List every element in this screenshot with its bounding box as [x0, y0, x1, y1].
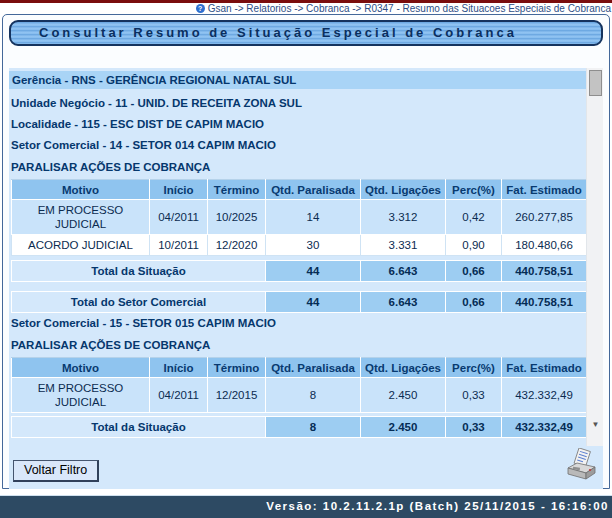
vertical-scrollbar[interactable]: ▼ — [586, 68, 603, 446]
column-header-motivo: Motivo — [12, 180, 150, 200]
total-situacao-row: Total da Situação 44 6.643 0,66 440.758,… — [12, 261, 587, 282]
total-qtd-paralisada: 44 — [266, 292, 361, 313]
situacao-label: PARALISAR AÇÕES DE COBRANÇA — [11, 339, 586, 351]
breadcrumb: ? Gsan -> Relatorios -> Cobranca -> R034… — [0, 3, 612, 14]
total-fat-estimado: 440.758,51 — [502, 292, 587, 313]
column-header-qtd-paralisada: Qtd. Paralisada — [266, 180, 361, 200]
footer-version: Versão: 10.2.11.2.1p (Batch) 25/11/2015 … — [0, 496, 612, 518]
cell-fat-estimado: 260.277,85 — [502, 200, 587, 235]
scrollbar-thumb[interactable] — [589, 70, 602, 96]
setor-comercial-label: Setor Comercial - 15 - SETOR 015 CAPIM M… — [11, 317, 586, 330]
cell-inicio: 10/2011 — [150, 235, 208, 256]
breadcrumb-text: Gsan -> Relatorios -> Cobranca -> R0347 … — [208, 3, 611, 14]
total-qtd-ligacoes: 2.450 — [361, 417, 446, 438]
cell-inicio: 04/2011 — [150, 200, 208, 235]
column-header-qtd-ligacoes: Qtd. Ligações — [361, 358, 446, 378]
cell-inicio: 04/2011 — [150, 378, 208, 413]
cell-qtd-paralisada: 14 — [266, 200, 361, 235]
situacao-label: PARALISAR AÇÕES DE COBRANÇA — [11, 161, 586, 173]
total-perc: 0,66 — [446, 261, 502, 282]
total-qtd-ligacoes: 6.643 — [361, 261, 446, 282]
cell-qtd-ligacoes: 2.450 — [361, 378, 446, 413]
cell-fat-estimado: 180.480,66 — [502, 235, 587, 256]
cell-qtd-paralisada: 8 — [266, 378, 361, 413]
localidade-label: Localidade - 115 - ESC DIST DE CAPIM MAC… — [11, 118, 586, 131]
cell-motivo: EM PROCESSO JUDICIAL — [12, 200, 150, 235]
page-title: Consultar Resumo de Situação Especial de… — [9, 20, 603, 46]
column-header-termino: Término — [208, 180, 266, 200]
column-header-perc: Perc(%) — [446, 180, 502, 200]
cell-perc: 0,90 — [446, 235, 502, 256]
results-table-setor-14: Motivo Início Término Qtd. Paralisada Qt… — [11, 179, 586, 313]
voltar-filtro-button[interactable]: Voltar Filtro — [13, 460, 99, 482]
total-situacao-label: Total da Situação — [12, 261, 266, 282]
spacer-row — [12, 282, 587, 292]
column-header-inicio: Início — [150, 180, 208, 200]
cell-qtd-ligacoes: 3.312 — [361, 200, 446, 235]
report-scroll-area: Gerência - RNS - GERÊNCIA REGIONAL NATAL… — [9, 68, 603, 446]
cell-motivo: EM PROCESSO JUDICIAL — [12, 378, 150, 413]
results-table-setor-15: Motivo Início Término Qtd. Paralisada Qt… — [11, 357, 586, 438]
page: ? Gsan -> Relatorios -> Cobranca -> R034… — [0, 0, 612, 518]
column-header-fat-estimado: Fat. Estimado — [502, 358, 587, 378]
column-header-qtd-ligacoes: Qtd. Ligações — [361, 180, 446, 200]
total-situacao-row: Total da Situação 8 2.450 0,33 432.332,4… — [12, 417, 587, 438]
unidade-negocio-label: Unidade Negócio - 11 - UNID. DE RECEITA … — [11, 97, 586, 110]
table-row: ACORDO JUDICIAL 10/2011 12/2020 30 3.331… — [12, 235, 587, 256]
total-qtd-ligacoes: 6.643 — [361, 292, 446, 313]
cell-qtd-ligacoes: 3.331 — [361, 235, 446, 256]
cell-qtd-paralisada: 30 — [266, 235, 361, 256]
scrollbar-down-arrow-icon[interactable]: ▼ — [587, 418, 603, 432]
total-perc: 0,33 — [446, 417, 502, 438]
cell-termino: 12/2020 — [208, 235, 266, 256]
column-header-fat-estimado: Fat. Estimado — [502, 180, 587, 200]
total-setor-row: Total do Setor Comercial 44 6.643 0,66 4… — [12, 292, 587, 313]
report-viewport: Gerência - RNS - GERÊNCIA REGIONAL NATAL… — [9, 68, 586, 446]
help-question-icon[interactable]: ? — [196, 4, 205, 13]
table-row: EM PROCESSO JUDICIAL 04/2011 10/2025 14 … — [12, 200, 587, 235]
setor-comercial-label: Setor Comercial - 14 - SETOR 014 CAPIM M… — [11, 139, 586, 152]
cell-termino: 12/2015 — [208, 378, 266, 413]
gerencia-header: Gerência - RNS - GERÊNCIA REGIONAL NATAL… — [9, 71, 586, 89]
cell-termino: 10/2025 — [208, 200, 266, 235]
action-bar: Voltar Filtro — [9, 446, 603, 489]
table-row: EM PROCESSO JUDICIAL 04/2011 12/2015 8 2… — [12, 378, 587, 413]
column-header-inicio: Início — [150, 358, 208, 378]
total-setor-label: Total do Setor Comercial — [12, 292, 266, 313]
column-header-motivo: Motivo — [12, 358, 150, 378]
total-qtd-paralisada: 8 — [266, 417, 361, 438]
cell-perc: 0,33 — [446, 378, 502, 413]
total-perc: 0,66 — [446, 292, 502, 313]
printer-icon[interactable] — [565, 448, 599, 484]
table-header-row: Motivo Início Término Qtd. Paralisada Qt… — [12, 180, 587, 200]
total-qtd-paralisada: 44 — [266, 261, 361, 282]
cell-perc: 0,42 — [446, 200, 502, 235]
total-situacao-label: Total da Situação — [12, 417, 266, 438]
cell-fat-estimado: 432.332,49 — [502, 378, 587, 413]
cell-motivo: ACORDO JUDICIAL — [12, 235, 150, 256]
main-frame: Consultar Resumo de Situação Especial de… — [2, 14, 610, 489]
column-header-termino: Término — [208, 358, 266, 378]
column-header-perc: Perc(%) — [446, 358, 502, 378]
total-fat-estimado: 432.332,49 — [502, 417, 587, 438]
column-header-qtd-paralisada: Qtd. Paralisada — [266, 358, 361, 378]
table-header-row: Motivo Início Término Qtd. Paralisada Qt… — [12, 358, 587, 378]
total-fat-estimado: 440.758,51 — [502, 261, 587, 282]
